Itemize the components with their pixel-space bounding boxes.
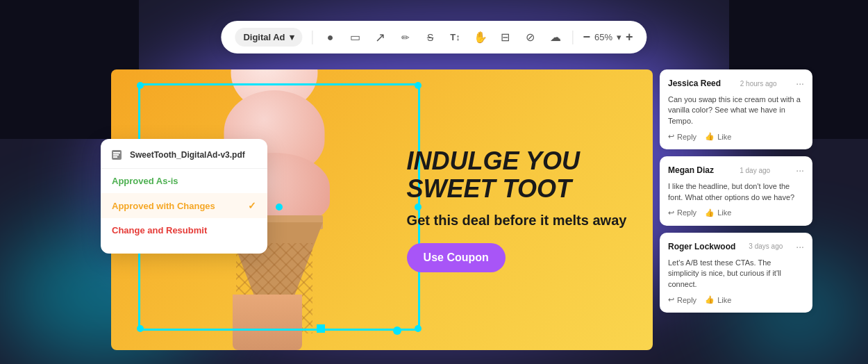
comment-reply-2[interactable]: ↩ Reply: [668, 208, 696, 217]
like-icon-2: 👍: [705, 208, 715, 217]
zoom-value: 65%: [594, 32, 612, 42]
rectangle-tool-icon[interactable]: ▭: [348, 30, 363, 45]
zoom-chevron-icon[interactable]: ▾: [617, 32, 621, 42]
comment-actions-3: ↩ Reply 👍 Like: [668, 295, 804, 304]
comment-card-3: Roger Lockwood 3 days ago ··· Let's A/B …: [660, 233, 812, 313]
zoom-control: − 65% ▾ +: [583, 30, 633, 44]
comment-actions-1: ↩ Reply 👍 Like: [668, 132, 804, 141]
ad-subheadline: Get this deal before it melts away: [407, 211, 639, 229]
zoom-in-icon[interactable]: +: [626, 30, 633, 44]
circle-tool-icon[interactable]: ●: [323, 30, 338, 45]
comment-time-1: 2 hours ago: [740, 80, 777, 88]
svg-rect-1: [113, 152, 120, 154]
svg-rect-2: [113, 154, 119, 156]
status-option-change-resubmit[interactable]: Change and Resubmit: [101, 218, 267, 242]
comment-like-1[interactable]: 👍 Like: [705, 132, 731, 141]
toolbar: Digital Ad ▾ ● ▭ ↗ ✏ S T↕ ✋ ⊟ ⊘ ☁ − 65% …: [221, 21, 646, 53]
chevron-down-icon: ▾: [290, 32, 294, 42]
strikethrough-tool-icon[interactable]: S: [423, 30, 438, 45]
comment-header-2: Megan Diaz 1 day ago ···: [668, 165, 804, 176]
comment-reply-1[interactable]: ↩ Reply: [668, 132, 696, 141]
comment-text-1: Can you swap this ice cream out with a v…: [668, 94, 804, 126]
document-type-dropdown[interactable]: Digital Ad ▾: [235, 28, 302, 47]
text-tool-icon[interactable]: T↕: [448, 30, 463, 45]
status-popup-filename: SweetTooth_DigitalAd-v3.pdf: [130, 150, 245, 160]
comment-author-1: Jessica Reed: [668, 78, 721, 88]
comments-panel: Jessica Reed 2 hours ago ··· Can you swa…: [660, 69, 812, 350]
cta-selection-dot: [393, 326, 401, 335]
comment-text-2: I like the headline, but don't love the …: [668, 181, 804, 203]
dropdown-label: Digital Ad: [243, 32, 285, 42]
file-icon: [112, 150, 124, 160]
measure-tool-icon[interactable]: ⊟: [498, 30, 513, 45]
comment-time-3: 3 days ago: [749, 242, 783, 250]
reply-icon-3: ↩: [668, 295, 674, 304]
svg-rect-3: [113, 156, 117, 158]
comment-text-3: Let's A/B test these CTAs. The simplicit…: [668, 258, 804, 290]
ad-text-area: INDULGE YOU SWEET TOOT Get this deal bef…: [393, 69, 653, 350]
cloud-tool-icon[interactable]: ☁: [548, 30, 563, 45]
comment-like-2[interactable]: 👍 Like: [705, 208, 731, 217]
like-icon-3: 👍: [705, 295, 715, 304]
toolbar-divider-1: [312, 31, 313, 44]
arrow-tool-icon[interactable]: ↗: [373, 30, 388, 45]
comment-time-2: 1 day ago: [740, 167, 770, 174]
comment-author-2: Megan Diaz: [668, 165, 714, 175]
comment-card-2: Megan Diaz 1 day ago ··· I like the head…: [660, 156, 812, 226]
status-option-approved-with-changes[interactable]: Approved with Changes ✓: [101, 193, 267, 218]
comment-card: Jessica Reed 2 hours ago ··· Can you swa…: [660, 69, 812, 149]
hand-holding-cone: [233, 295, 302, 350]
reply-icon-2: ↩: [668, 208, 674, 217]
reply-icon-1: ↩: [668, 132, 674, 141]
bottom-selection-dot: [317, 324, 325, 333]
comment-header-1: Jessica Reed 2 hours ago ···: [668, 78, 804, 89]
zoom-out-icon[interactable]: −: [583, 30, 591, 44]
comment-actions-2: ↩ Reply 👍 Like: [668, 208, 804, 217]
comment-header-3: Roger Lockwood 3 days ago ···: [668, 241, 804, 252]
comment-author-3: Roger Lockwood: [668, 242, 735, 251]
checkmark-icon: ✓: [248, 200, 256, 211]
comment-more-3[interactable]: ···: [796, 241, 804, 252]
comment-like-3[interactable]: 👍 Like: [705, 295, 731, 304]
hand-tool-icon[interactable]: ✋: [473, 30, 488, 45]
status-popup: SweetTooth_DigitalAd-v3.pdf Approved As-…: [101, 139, 267, 254]
comment-more-1[interactable]: ···: [796, 78, 804, 89]
ad-cta-button[interactable]: Use Coupon: [407, 243, 506, 272]
pen-tool-icon[interactable]: ✏: [398, 30, 413, 45]
status-option-approved-as-is[interactable]: Approved As-is: [101, 169, 267, 193]
like-icon-1: 👍: [705, 132, 715, 141]
comment-reply-3[interactable]: ↩ Reply: [668, 295, 696, 304]
hide-tool-icon[interactable]: ⊘: [523, 30, 538, 45]
status-popup-header: SweetTooth_DigitalAd-v3.pdf: [101, 150, 267, 169]
comment-more-2[interactable]: ···: [796, 165, 804, 176]
toolbar-divider-2: [573, 31, 574, 44]
ad-headline: INDULGE YOU SWEET TOOT: [407, 147, 639, 202]
